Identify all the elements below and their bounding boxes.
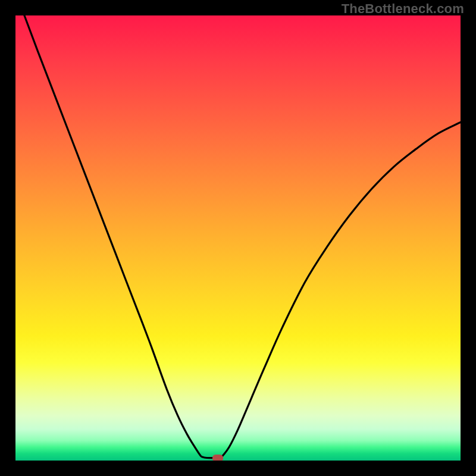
bottleneck-curve	[15, 15, 461, 461]
minimum-marker	[212, 455, 223, 461]
plot-area	[15, 15, 461, 461]
watermark-text: TheBottleneck.com	[342, 1, 464, 17]
chart-frame: TheBottleneck.com	[0, 0, 476, 476]
curve-left-branch	[24, 15, 216, 458]
curve-right-branch	[223, 123, 461, 456]
